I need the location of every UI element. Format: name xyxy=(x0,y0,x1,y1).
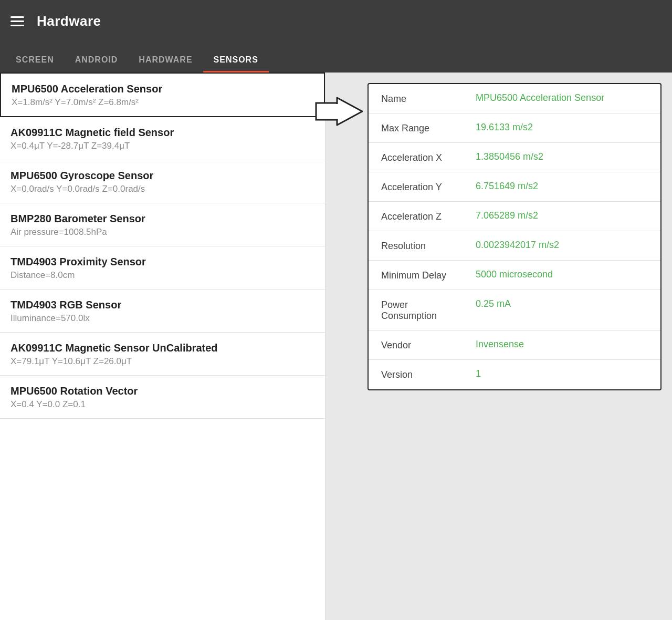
detail-label-1: Max Range xyxy=(381,122,476,134)
detail-row-1: Max Range19.6133 m/s2 xyxy=(369,113,660,143)
detail-row-4: Acceleration Z7.065289 m/s2 xyxy=(369,202,660,231)
sensor-item-bmp280-baro[interactable]: BMP280 Barometer SensorAir pressure=1008… xyxy=(0,203,325,246)
detail-label-0: Name xyxy=(381,92,476,105)
sensor-item-mpu6500-accel[interactable]: MPU6500 Acceleration SensorX=1.8m/s² Y=7… xyxy=(0,73,325,117)
detail-label-7: Power Consumption xyxy=(381,298,476,322)
detail-value-8: Invensense xyxy=(476,339,648,350)
detail-label-5: Resolution xyxy=(381,240,476,252)
sensor-value-mpu6500-gyro: X=0.0rad/s Y=0.0rad/s Z=0.0rad/s xyxy=(10,184,314,194)
sensor-value-tmd4903-rgb: Illuminance=570.0lx xyxy=(10,313,314,324)
svg-rect-0 xyxy=(316,103,337,120)
detail-value-3: 6.751649 m/s2 xyxy=(476,181,648,192)
detail-label-3: Acceleration Y xyxy=(381,181,476,193)
detail-value-4: 7.065289 m/s2 xyxy=(476,210,648,221)
sensor-list: MPU6500 Acceleration SensorX=1.8m/s² Y=7… xyxy=(0,73,326,620)
main-content: MPU6500 Acceleration SensorX=1.8m/s² Y=7… xyxy=(0,73,672,620)
detail-row-7: Power Consumption0.25 mA xyxy=(369,290,660,330)
sensor-value-bmp280-baro: Air pressure=1008.5hPa xyxy=(10,227,314,237)
tab-hardware[interactable]: HARDWARE xyxy=(128,49,203,73)
tab-bar: SCREEN ANDROID HARDWARE SENSORS xyxy=(0,42,672,73)
detail-value-6: 5000 microsecond xyxy=(476,269,648,280)
sensor-item-tmd4903-rgb[interactable]: TMD4903 RGB SensorIlluminance=570.0lx xyxy=(0,290,325,333)
sensor-item-mpu6500-gyro[interactable]: MPU6500 Gyroscope SensorX=0.0rad/s Y=0.0… xyxy=(0,160,325,203)
app-bar: Hardware xyxy=(0,0,672,42)
sensor-item-mpu6500-rot[interactable]: MPU6500 Rotation VectorX=0.4 Y=0.0 Z=0.1 xyxy=(0,376,325,419)
sensor-item-ak09911c-mag[interactable]: AK09911C Magnetic field SensorX=0.4μT Y=… xyxy=(0,117,325,160)
sensor-name-tmd4903-rgb: TMD4903 RGB Sensor xyxy=(10,299,314,311)
sensor-name-mpu6500-rot: MPU6500 Rotation Vector xyxy=(10,385,314,397)
tab-android[interactable]: ANDROID xyxy=(65,49,129,73)
detail-row-2: Acceleration X1.3850456 m/s2 xyxy=(369,143,660,172)
detail-row-6: Minimum Delay5000 microsecond xyxy=(369,261,660,290)
svg-rect-2 xyxy=(336,104,339,119)
sensor-value-mpu6500-accel: X=1.8m/s² Y=7.0m/s² Z=6.8m/s² xyxy=(12,97,313,108)
sensor-name-ak09911c-mag: AK09911C Magnetic field Sensor xyxy=(10,127,314,139)
sensor-value-ak09911c-mag: X=0.4μT Y=-28.7μT Z=39.4μT xyxy=(10,141,314,151)
detail-label-6: Minimum Delay xyxy=(381,269,476,281)
sensor-name-mpu6500-accel: MPU6500 Acceleration Sensor xyxy=(12,83,313,95)
sensor-value-mpu6500-rot: X=0.4 Y=0.0 Z=0.1 xyxy=(10,399,314,410)
detail-label-9: Version xyxy=(381,368,476,380)
sensor-name-ak09911c-uncal: AK09911C Magnetic Sensor UnCalibrated xyxy=(10,342,314,354)
detail-panel: NameMPU6500 Acceleration SensorMax Range… xyxy=(368,83,662,390)
detail-label-8: Vendor xyxy=(381,339,476,351)
sensor-item-ak09911c-uncal[interactable]: AK09911C Magnetic Sensor UnCalibratedX=7… xyxy=(0,333,325,376)
sensor-value-ak09911c-uncal: X=79.1μT Y=10.6μT Z=26.0μT xyxy=(10,356,314,367)
detail-value-0: MPU6500 Acceleration Sensor xyxy=(476,92,648,104)
sensor-name-tmd4903-prox: TMD4903 Proximity Sensor xyxy=(10,256,314,268)
arrow-connector xyxy=(315,92,368,129)
detail-label-4: Acceleration Z xyxy=(381,210,476,222)
sensor-item-tmd4903-prox[interactable]: TMD4903 Proximity SensorDistance=8.0cm xyxy=(0,246,325,290)
hamburger-menu[interactable] xyxy=(10,16,24,26)
sensor-name-bmp280-baro: BMP280 Barometer Sensor xyxy=(10,213,314,225)
sensor-name-mpu6500-gyro: MPU6500 Gyroscope Sensor xyxy=(10,170,314,182)
detail-value-7: 0.25 mA xyxy=(476,298,648,309)
detail-label-2: Acceleration X xyxy=(381,151,476,163)
detail-value-5: 0.0023942017 m/s2 xyxy=(476,240,648,251)
detail-value-2: 1.3850456 m/s2 xyxy=(476,151,648,162)
svg-marker-1 xyxy=(337,98,362,125)
detail-row-9: Version1 xyxy=(369,360,660,389)
app-bar-title: Hardware xyxy=(37,13,101,29)
tab-sensors[interactable]: SENSORS xyxy=(203,49,269,73)
detail-row-3: Acceleration Y6.751649 m/s2 xyxy=(369,172,660,202)
detail-row-5: Resolution0.0023942017 m/s2 xyxy=(369,231,660,261)
detail-value-9: 1 xyxy=(476,368,648,379)
sensor-value-tmd4903-prox: Distance=8.0cm xyxy=(10,270,314,281)
detail-row-0: NameMPU6500 Acceleration Sensor xyxy=(369,84,660,113)
detail-row-8: VendorInvensense xyxy=(369,330,660,360)
detail-value-1: 19.6133 m/s2 xyxy=(476,122,648,133)
tab-screen[interactable]: SCREEN xyxy=(5,49,65,73)
